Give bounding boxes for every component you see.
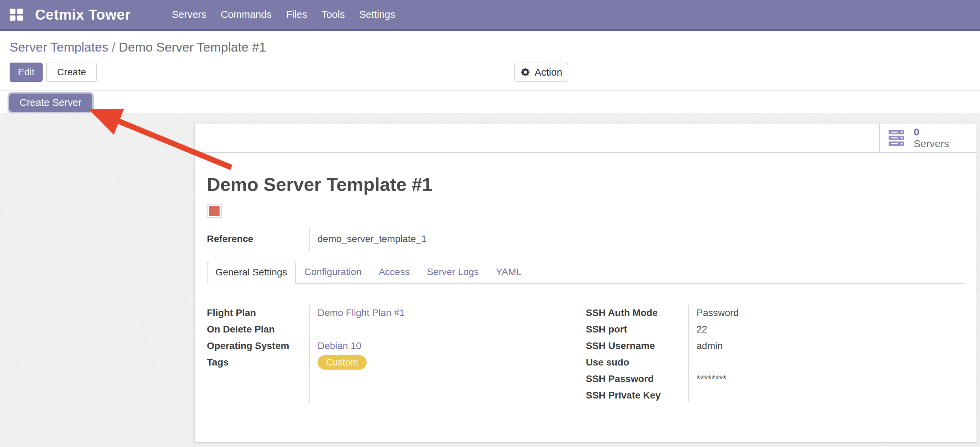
form-view-background: 0 Servers Demo Server Template #1 Refere… (0, 114, 980, 447)
ssh-password-value: ******** (688, 371, 965, 387)
control-panel-buttons: Edit Create (10, 62, 97, 82)
ssh-auth-mode-value: Password (688, 305, 965, 321)
top-navbar: Cetmix Tower Servers Commands Files Tool… (0, 0, 980, 31)
breadcrumb-current: Demo Server Template #1 (119, 40, 266, 54)
create-button[interactable]: Create (46, 62, 97, 82)
flight-plan-link[interactable]: Demo Flight Plan #1 (318, 307, 405, 318)
breadcrumb: Server Templates/Demo Server Template #1 (10, 40, 266, 55)
ssh-username-value: admin (688, 338, 965, 354)
navbar-menu: Servers Commands Files Tools Settings (171, 7, 396, 22)
tab-access[interactable]: Access (370, 261, 418, 283)
create-server-button[interactable]: Create Server (9, 94, 92, 112)
reference-value: demo_server_template_1 (309, 228, 965, 250)
apps-grid-icon[interactable] (10, 9, 23, 21)
reference-label: Reference (207, 228, 309, 250)
ssh-username-label: SSH Username (586, 338, 688, 354)
gear-icon (520, 67, 531, 77)
use-sudo-label: Use sudo (586, 354, 688, 371)
action-menu-button[interactable]: Action (514, 62, 568, 82)
breadcrumb-parent-link[interactable]: Server Templates (10, 40, 108, 54)
menu-tools[interactable]: Tools (321, 7, 346, 22)
ssh-private-key-value (688, 387, 965, 404)
app-brand[interactable]: Cetmix Tower (35, 6, 130, 23)
field-groups: Flight Plan Demo Flight Plan #1 On Delet… (207, 305, 965, 408)
record-title: Demo Server Template #1 (207, 174, 965, 195)
menu-settings[interactable]: Settings (358, 7, 396, 22)
servers-count: 0 (914, 126, 949, 138)
flight-plan-value: Demo Flight Plan #1 (309, 305, 586, 321)
action-button-label: Action (535, 67, 563, 78)
operating-system-link[interactable]: Debian 10 (318, 340, 361, 351)
ssh-port-label: SSH port (586, 321, 688, 338)
tab-configuration[interactable]: Configuration (296, 261, 371, 283)
operating-system-value: Debian 10 (309, 338, 586, 354)
menu-files[interactable]: Files (286, 7, 308, 22)
tab-server-logs[interactable]: Server Logs (418, 261, 487, 283)
color-picker-swatch (207, 204, 222, 218)
tag-custom-badge: Custom (318, 355, 367, 370)
breadcrumb-separator: / (108, 40, 119, 54)
menu-servers[interactable]: Servers (171, 7, 207, 22)
record-sheet: 0 Servers Demo Server Template #1 Refere… (194, 123, 977, 442)
statusbar: Create Server (0, 91, 980, 113)
menu-commands[interactable]: Commands (220, 7, 272, 22)
tags-label: Tags (207, 354, 309, 371)
flight-plan-label: Flight Plan (207, 305, 309, 321)
servers-stat-button[interactable]: 0 Servers (879, 123, 977, 152)
right-field-group: SSH Auth Mode Password SSH port 22 SSH U… (586, 305, 965, 408)
ssh-private-key-label: SSH Private Key (586, 387, 688, 404)
notebook-tabs: General Settings Configuration Access Se… (207, 261, 965, 284)
use-sudo-value (688, 354, 965, 371)
tab-general-settings[interactable]: General Settings (207, 261, 296, 284)
tags-value: Custom (309, 354, 586, 371)
edit-button[interactable]: Edit (10, 62, 43, 82)
operating-system-label: Operating System (207, 338, 309, 354)
tab-yaml[interactable]: YAML (487, 261, 530, 283)
left-field-group: Flight Plan Demo Flight Plan #1 On Delet… (207, 305, 586, 408)
reference-field-row: Reference demo_server_template_1 (207, 228, 965, 250)
ssh-auth-mode-label: SSH Auth Mode (586, 305, 688, 321)
on-delete-plan-label: On Delete Plan (207, 321, 309, 338)
servers-stack-icon (888, 129, 907, 146)
ssh-port-value: 22 (688, 321, 965, 338)
servers-count-label: Servers (914, 138, 949, 150)
on-delete-plan-value (309, 321, 586, 338)
ssh-password-label: SSH Password (586, 371, 688, 387)
button-box-row: 0 Servers (195, 123, 977, 153)
control-panel: Server Templates/Demo Server Template #1… (0, 33, 980, 91)
color-swatch-red (209, 206, 220, 216)
